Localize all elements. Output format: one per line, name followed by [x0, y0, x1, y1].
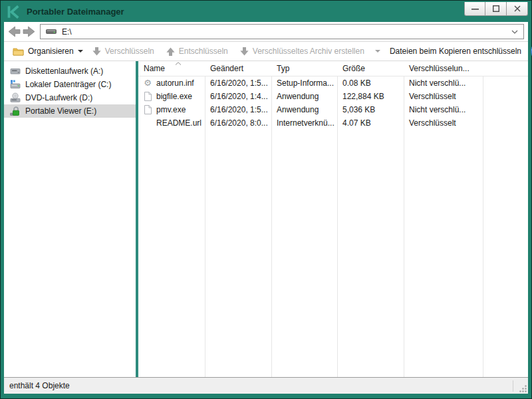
file-modified: 6/16/2020, 8:0...: [205, 118, 271, 128]
file-modified: 6/16/2020, 1:4...: [205, 92, 271, 101]
file-name: README.url: [156, 118, 201, 128]
archive-dropdown-icon[interactable]: [375, 50, 380, 53]
window-controls: [464, 2, 528, 16]
file-name: pmv.exe: [156, 105, 186, 114]
maximize-icon: [493, 5, 499, 12]
sidebar-item-label: DVD-Laufwerk (D:): [25, 93, 92, 102]
sort-ascending-icon: [175, 62, 182, 65]
gear-file-icon: ⚙: [143, 78, 152, 88]
back-button[interactable]: [7, 25, 21, 39]
decrypt-button[interactable]: Entschlüsseln: [164, 45, 231, 58]
dvd-drive-icon: [10, 92, 21, 103]
file-encryption: Nicht verschlü...: [404, 78, 483, 88]
file-size: 5,036 KB: [337, 105, 404, 114]
app-window: Portabler Dateimanager: [0, 0, 532, 399]
resize-grip[interactable]: [518, 384, 527, 393]
window-body: E:\ Organisieren Verschlüsseln: [4, 22, 528, 394]
sidebar-item-label: Diskettenlaufwerk (A:): [25, 66, 103, 76]
file-name: autorun.inf: [156, 78, 194, 88]
archive-arrow-down-icon: [240, 47, 249, 56]
column-header-row: Name Geändert Typ Größe Verschlüsselun..…: [138, 61, 528, 76]
navigation-bar: E:\: [4, 22, 528, 42]
kaspersky-logo-icon: [7, 5, 21, 19]
forward-arrow-icon: [23, 26, 35, 37]
sidebar-item-label: Lokaler Datenträger (C:): [25, 80, 111, 89]
decrypt-on-copy-label: Dateien beim Kopieren entschlüsseln: [390, 47, 521, 56]
status-text: enthält 4 Objekte: [9, 381, 70, 390]
close-icon: [514, 5, 521, 12]
floppy-drive-icon: [10, 66, 21, 76]
file-encryption: Verschlüsselt: [404, 92, 483, 101]
create-encrypted-archive-label: Verschlüsseltes Archiv erstellen: [253, 47, 364, 56]
minimize-icon: [471, 5, 479, 12]
back-arrow-icon: [8, 26, 21, 37]
table-row[interactable]: ⚙ autorun.inf 6/16/2020, 1:5... Setup-In…: [138, 76, 528, 90]
sidebar-item-label: Portable Viewer (E:): [25, 106, 96, 116]
decrypt-on-copy-option[interactable]: Dateien beim Kopieren entschlüsseln: [387, 45, 524, 58]
file-modified: 6/16/2020, 1:5...: [205, 105, 271, 114]
drives-sidebar: Diskettenlaufwerk (A:) Lokaler Datenträg…: [4, 61, 136, 377]
sidebar-item-drive-d[interactable]: DVD-Laufwerk (D:): [4, 91, 136, 104]
file-type: Internetverknü...: [271, 118, 337, 128]
file-name: bigfile.exe: [156, 92, 192, 101]
file-list-pane: Name Geändert Typ Größe Verschlüsselun..…: [138, 61, 528, 377]
folder-icon: [13, 47, 24, 56]
file-size: 4.07 KB: [337, 118, 404, 128]
file-type: Anwendung: [271, 105, 337, 114]
window-title: Portabler Dateimanager: [27, 7, 124, 17]
title-bar: Portabler Dateimanager: [1, 1, 531, 22]
column-header-size[interactable]: Größe: [337, 64, 404, 73]
file-size: 0.08 KB: [337, 78, 404, 88]
toolbar: Organisieren Verschlüsseln Entschlüsseln: [4, 42, 528, 61]
create-encrypted-archive-button[interactable]: Verschlüsseltes Archiv erstellen: [237, 45, 383, 58]
sidebar-item-drive-c[interactable]: Lokaler Datenträger (C:): [4, 78, 136, 91]
decrypt-label: Entschlüsseln: [179, 47, 228, 56]
lock-icon: [10, 106, 21, 116]
status-bar: enthält 4 Objekte: [4, 377, 528, 394]
status-bar-separator: [513, 380, 513, 392]
file-type: Anwendung: [271, 92, 337, 101]
forward-button[interactable]: [21, 25, 36, 39]
table-row[interactable]: bigfile.exe 6/16/2020, 1:4... Anwendung …: [138, 90, 528, 103]
close-button[interactable]: [507, 2, 528, 16]
sidebar-item-drive-e[interactable]: Portable Viewer (E:): [4, 104, 136, 118]
encrypt-arrow-down-icon: [92, 47, 101, 56]
decrypt-arrow-up-icon: [166, 47, 175, 56]
drive-icon: [46, 28, 57, 35]
file-encryption: Nicht verschlü...: [404, 105, 483, 114]
column-header-name[interactable]: Name: [138, 64, 205, 73]
organize-dropdown-icon[interactable]: [78, 50, 83, 53]
column-header-modified[interactable]: Geändert: [205, 64, 271, 73]
table-row[interactable]: pmv.exe 6/16/2020, 1:5... Anwendung 5,03…: [138, 103, 528, 116]
sidebar-item-drive-a[interactable]: Diskettenlaufwerk (A:): [4, 65, 136, 78]
encrypt-button[interactable]: Verschlüsseln: [90, 45, 157, 58]
address-bar[interactable]: E:\: [40, 24, 524, 39]
file-type: Setup-Informa...: [271, 78, 337, 88]
column-header-encryption[interactable]: Verschlüsselun...: [404, 64, 483, 73]
maximize-button[interactable]: [485, 2, 507, 16]
file-rows: ⚙ autorun.inf 6/16/2020, 1:5... Setup-In…: [138, 76, 528, 130]
file-encryption: Verschlüsselt: [404, 118, 483, 128]
column-header-type[interactable]: Typ: [271, 64, 337, 73]
file-size: 122,884 KB: [337, 92, 404, 101]
organize-button[interactable]: Organisieren: [10, 45, 86, 58]
generic-file-icon: [143, 105, 152, 114]
encrypt-label: Verschlüsseln: [105, 47, 154, 56]
local-disk-icon: [10, 79, 21, 90]
address-path[interactable]: E:\: [62, 27, 506, 37]
main-content: Diskettenlaufwerk (A:) Lokaler Datenträg…: [4, 61, 528, 377]
organize-label: Organisieren: [28, 47, 74, 56]
generic-file-icon: [143, 92, 152, 101]
minimize-button[interactable]: [464, 2, 485, 16]
chevron-down-icon[interactable]: [511, 30, 518, 34]
file-modified: 6/16/2020, 1:5...: [205, 78, 271, 88]
table-row[interactable]: README.url 6/16/2020, 8:0... Internetver…: [138, 116, 528, 130]
